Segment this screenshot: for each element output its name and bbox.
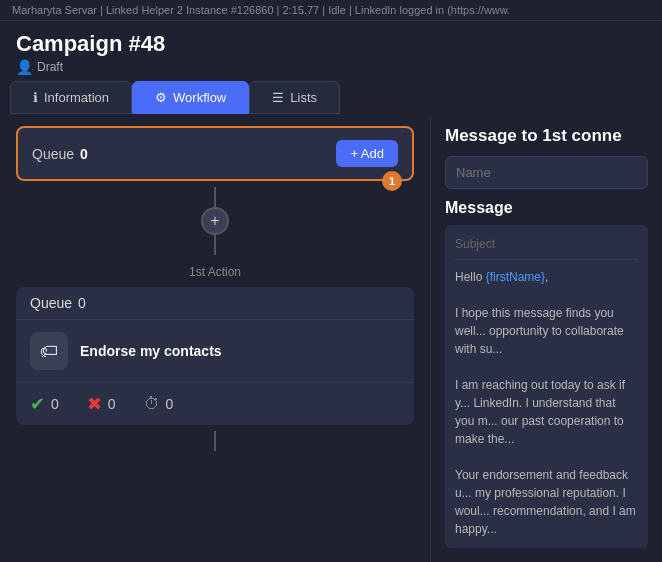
top-bar: Marharyta Servar | Linked Helper 2 Insta… xyxy=(0,0,662,21)
hello-text: Hello xyxy=(455,270,486,284)
clock-icon: ⏱ xyxy=(144,395,160,413)
add-step-button[interactable]: + xyxy=(201,207,229,235)
message-subject: Subject xyxy=(455,235,638,260)
clock-count: 0 xyxy=(166,396,174,412)
firstname-var: {firstName} xyxy=(486,270,545,284)
content-area: Queue 0 + Add 1 + 1st Action Queue 0 xyxy=(0,114,662,562)
message-box: Subject Hello {firstName}, I hope this m… xyxy=(445,225,648,548)
header: Campaign #48 👤 Draft xyxy=(0,21,662,81)
v-line-3 xyxy=(214,431,216,451)
plus-icon: + xyxy=(210,212,219,230)
action-queue-row: Queue 0 xyxy=(16,287,414,320)
draft-label: Draft xyxy=(37,60,63,74)
right-panel: Message to 1st conne Message Subject Hel… xyxy=(430,114,662,562)
x-count: 0 xyxy=(108,396,116,412)
queue-text: Queue xyxy=(32,146,74,162)
message-label: Message xyxy=(445,199,648,217)
tab-workflow[interactable]: ⚙ Workflow xyxy=(132,81,249,114)
tab-information-label: Information xyxy=(44,90,109,105)
stats-row: ✔ 0 ✖ 0 ⏱ 0 xyxy=(16,383,414,425)
action-queue-label: Queue xyxy=(30,295,72,311)
stat-clock: ⏱ 0 xyxy=(144,395,174,413)
tab-lists-label: Lists xyxy=(290,90,317,105)
top-bar-text: Marharyta Servar | Linked Helper 2 Insta… xyxy=(12,4,510,16)
v-line-1 xyxy=(214,187,216,207)
action-label: 1st Action xyxy=(16,265,414,279)
v-line-2 xyxy=(214,235,216,255)
stat-x: ✖ 0 xyxy=(87,393,116,415)
workflow-icon: ⚙ xyxy=(155,90,167,105)
lists-icon: ☰ xyxy=(272,90,284,105)
message-line-3: I am reaching out today to ask if y... L… xyxy=(455,376,638,448)
right-panel-title: Message to 1st conne xyxy=(445,126,648,146)
action-name: Endorse my contacts xyxy=(80,343,222,359)
tabs-bar: ℹ Information ⚙ Workflow ☰ Lists xyxy=(0,81,662,114)
connector-line: + xyxy=(16,181,414,261)
tab-workflow-label: Workflow xyxy=(173,90,226,105)
campaign-title: Campaign #48 xyxy=(16,31,646,57)
bottom-connector xyxy=(16,425,414,457)
check-icon: ✔ xyxy=(30,393,45,415)
name-input[interactable] xyxy=(445,156,648,189)
info-icon: ℹ xyxy=(33,90,38,105)
endorse-icon: 🏷 xyxy=(40,341,58,362)
action-box: Queue 0 🏷 Endorse my contacts ✔ 0 ✖ 0 xyxy=(16,287,414,425)
action-item-row[interactable]: 🏷 Endorse my contacts xyxy=(16,320,414,383)
queue-box: Queue 0 + Add 1 xyxy=(16,126,414,181)
badge-1: 1 xyxy=(382,171,402,191)
add-button[interactable]: + Add xyxy=(336,140,398,167)
tab-lists[interactable]: ☰ Lists xyxy=(249,81,340,114)
tab-information[interactable]: ℹ Information xyxy=(10,81,132,114)
left-panel: Queue 0 + Add 1 + 1st Action Queue 0 xyxy=(0,114,430,562)
message-line-4: Your endorsement and feedback u... my pr… xyxy=(455,466,638,538)
check-count: 0 xyxy=(51,396,59,412)
x-icon: ✖ xyxy=(87,393,102,415)
draft-icon: 👤 xyxy=(16,59,33,75)
message-line-2: I hope this message finds you well... op… xyxy=(455,304,638,358)
action-queue-count: 0 xyxy=(78,295,86,311)
queue-label: Queue 0 xyxy=(32,146,88,162)
draft-badge: 👤 Draft xyxy=(16,59,646,75)
message-line-1: Hello {firstName}, xyxy=(455,268,638,286)
stat-check: ✔ 0 xyxy=(30,393,59,415)
comma: , xyxy=(545,270,548,284)
queue-count: 0 xyxy=(80,146,88,162)
action-icon-box: 🏷 xyxy=(30,332,68,370)
